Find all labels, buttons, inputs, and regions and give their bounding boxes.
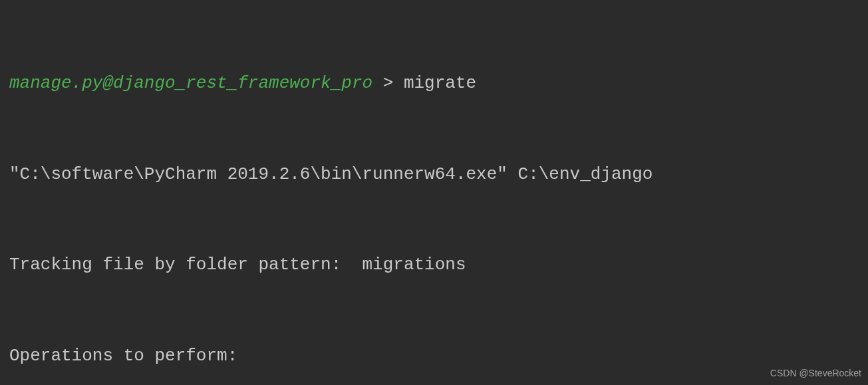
watermark: CSDN @SteveRocket	[770, 365, 861, 382]
output-line: Tracking file by folder pattern: migrati…	[9, 250, 859, 281]
prompt-separator: >	[372, 73, 404, 93]
output-line: "C:\software\PyCharm 2019.2.6\bin\runner…	[9, 160, 859, 190]
terminal-output[interactable]: manage.py@django_rest_framework_pro > mi…	[9, 8, 859, 385]
terminal-prompt: manage.py@django_rest_framework_pro	[9, 73, 372, 93]
prompt-line: manage.py@django_rest_framework_pro > mi…	[9, 68, 859, 99]
output-line: Operations to perform:	[9, 341, 859, 372]
command-input[interactable]: migrate	[404, 73, 476, 93]
